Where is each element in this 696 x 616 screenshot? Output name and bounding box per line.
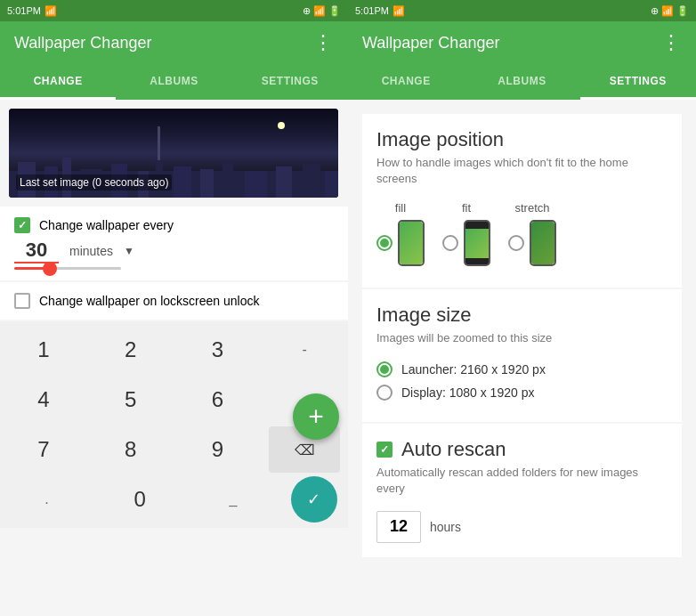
display-row: Display: 1080 x 1920 px	[376, 385, 668, 401]
app-title-left: Wallpaper Changer	[14, 34, 151, 53]
hours-value: 12	[390, 517, 408, 536]
tab-settings-right[interactable]: SETTINGS	[580, 64, 696, 100]
fit-screen	[465, 229, 489, 259]
app-bar-left: Wallpaper Changer ⋮	[0, 21, 348, 64]
svg-rect-13	[303, 164, 320, 198]
position-fit: fit	[442, 201, 490, 266]
key-dot[interactable]: .	[11, 476, 82, 523]
key-4[interactable]: 4	[8, 377, 79, 423]
time-right: 5:01PM	[355, 5, 389, 16]
position-fill: fill	[376, 201, 425, 266]
tab-albums-right[interactable]: ALBUMS	[464, 64, 579, 100]
minutes-row: minutes ▼	[14, 239, 334, 263]
hours-input[interactable]: 12	[376, 511, 421, 543]
fill-label: fill	[395, 201, 406, 215]
slider-thumb[interactable]	[43, 262, 57, 276]
key-0[interactable]: 0	[104, 476, 175, 523]
fab-icon: +	[308, 401, 324, 432]
svg-rect-11	[245, 171, 267, 198]
fill-screen	[400, 222, 423, 264]
hours-row: 12 hours	[376, 511, 668, 543]
preview-label: Last set image (0 seconds ago)	[16, 174, 172, 190]
key-7[interactable]: 7	[8, 426, 79, 473]
key-done[interactable]: ✓	[291, 476, 337, 523]
image-position-title: Image position	[376, 128, 668, 151]
stretch-screen	[531, 222, 554, 264]
autorescan-checkbox[interactable]: ✓	[376, 442, 393, 458]
moon-decor	[278, 122, 285, 129]
change-wallpaper-checkbox[interactable]: ✓	[14, 217, 30, 233]
overflow-menu-right[interactable]: ⋮	[661, 31, 682, 54]
stretch-label: stretch	[514, 201, 549, 215]
app-bar-right: Wallpaper Changer ⋮	[348, 21, 696, 64]
change-wallpaper-row: ✓ Change wallpaper every	[14, 217, 334, 233]
status-time-right: 5:01PM 📶	[355, 5, 405, 17]
image-position-desc: How to handle images which don't fit to …	[376, 155, 668, 187]
wallpaper-preview: Last set image (0 seconds ago)	[9, 109, 338, 198]
left-panel: 5:01PM 📶 ⊕ 📶 🔋 Wallpaper Changer ⋮ CHANG…	[0, 0, 348, 616]
image-position-section: Image position How to handle images whic…	[362, 114, 682, 288]
keyboard-row-1: 1 2 3 -	[0, 325, 348, 375]
key-5[interactable]: 5	[95, 377, 166, 423]
time-left: 5:01PM	[7, 5, 41, 16]
fill-radio[interactable]	[376, 235, 393, 251]
dropdown-arrow-icon[interactable]: ▼	[124, 245, 134, 257]
minutes-unit: minutes	[69, 244, 113, 258]
autorescan-label: Auto rescan	[401, 438, 506, 461]
lockscreen-checkbox[interactable]	[14, 293, 30, 309]
fab-button[interactable]: +	[293, 393, 339, 440]
lockscreen-label: Change wallpaper on lockscreen unlock	[39, 294, 259, 308]
tab-change-left[interactable]: CHANGE	[0, 64, 116, 100]
change-wallpaper-label: Change wallpaper every	[39, 218, 174, 232]
auto-rescan-section: ✓ Auto rescan Automatically rescan added…	[362, 424, 682, 557]
launcher-label: Launcher: 2160 x 1920 px	[401, 362, 546, 377]
hours-unit: hours	[430, 520, 461, 534]
status-icons-right: ⊕ 📶 🔋	[651, 5, 689, 17]
tabs-right: CHANGE ALBUMS SETTINGS	[348, 64, 696, 100]
key-8[interactable]: 8	[95, 426, 166, 473]
launcher-radio[interactable]	[376, 361, 393, 377]
stretch-radio[interactable]	[508, 235, 524, 251]
tab-change-right[interactable]: CHANGE	[348, 64, 464, 100]
svg-rect-9	[200, 169, 214, 198]
status-icons-left: ⊕ 📶 🔋	[303, 5, 341, 17]
fill-inner	[376, 220, 425, 266]
key-9[interactable]: 9	[182, 426, 253, 473]
image-size-desc: Images will be zoomed to this size	[376, 330, 668, 346]
display-radio[interactable]	[376, 385, 393, 401]
slider-track[interactable]	[14, 267, 121, 270]
svg-rect-8	[174, 166, 191, 198]
key-6[interactable]: 6	[182, 377, 253, 423]
autorescan-desc: Automatically rescan added folders for n…	[376, 465, 668, 497]
image-size-title: Image size	[376, 304, 668, 327]
fit-label: fit	[462, 201, 471, 215]
key-minus[interactable]: -	[269, 327, 340, 373]
icons-left: 📶	[45, 5, 57, 17]
position-stretch: stretch	[508, 201, 556, 266]
svg-rect-10	[223, 162, 233, 198]
status-bar-right: 5:01PM 📶 ⊕ 📶 🔋	[348, 0, 696, 21]
stretch-inner	[508, 220, 556, 266]
fit-radio[interactable]	[442, 235, 458, 251]
tab-albums-left[interactable]: ALBUMS	[116, 64, 231, 100]
right-content: Image position How to handle images whic…	[348, 100, 696, 616]
autorescan-title: ✓ Auto rescan	[376, 438, 668, 461]
key-2[interactable]: 2	[95, 327, 166, 373]
key-underscore[interactable]: _	[198, 476, 269, 523]
status-bar-left: 5:01PM 📶 ⊕ 📶 🔋	[0, 0, 348, 21]
launcher-row: Launcher: 2160 x 1920 px	[376, 361, 668, 377]
tab-settings-left[interactable]: SETTINGS	[232, 64, 348, 100]
key-3[interactable]: 3	[182, 327, 253, 373]
overflow-menu-left[interactable]: ⋮	[313, 31, 334, 54]
fit-phone-icon	[464, 220, 490, 266]
autorescan-check-icon: ✓	[380, 443, 389, 456]
status-time-left: 5:01PM 📶	[7, 5, 57, 17]
keyboard-row-3: 7 8 9 ⌫	[0, 425, 348, 474]
left-content: Last set image (0 seconds ago) ✓ Change …	[0, 100, 348, 616]
fill-phone-icon	[398, 220, 425, 266]
display-label: Display: 1080 x 1920 px	[401, 385, 534, 400]
key-1[interactable]: 1	[8, 327, 79, 373]
minutes-input[interactable]	[14, 239, 59, 263]
position-options: fill fit	[376, 201, 668, 266]
svg-rect-12	[276, 166, 292, 198]
